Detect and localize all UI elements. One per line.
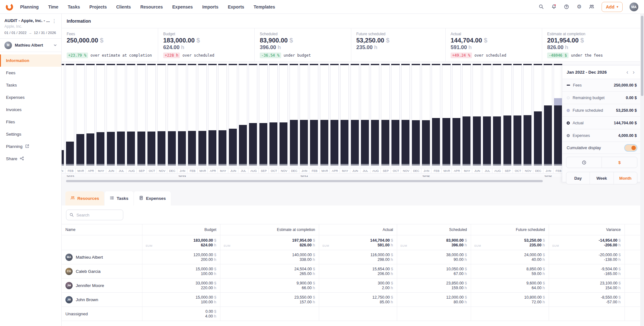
table-row-jennifer-moore[interactable]: JMJennifer Moore33,000.00 $220.00 h9,900… [62,278,644,293]
chart-column-apr-2023[interactable] [208,64,217,166]
help-icon[interactable] [564,4,569,10]
sidebar-item-share[interactable]: Share [0,153,61,165]
table-row-mathieu-albert[interactable]: MAMathieu Albert120,000.00 $200.00 h140,… [62,250,644,264]
chart-column-jun-2023[interactable] [229,64,237,166]
chart-column-nov-2025[interactable] [523,64,532,166]
chart-column-oct-2022[interactable] [147,64,156,166]
legend-row-actual[interactable]: Actual144,704.00 $ [562,117,641,129]
chart-column-may-2022[interactable] [96,64,105,166]
chart-column-jul-2022[interactable] [117,64,125,166]
chart-column-jan-2022[interactable] [62,64,64,166]
column-header-budget[interactable]: Budget [142,224,220,235]
chart-column-jun-2022[interactable] [107,64,115,166]
column-header-name[interactable]: Name [62,224,142,235]
chart-column-jul-2025[interactable] [483,64,491,166]
sidebar-item-settings[interactable]: Settings [0,128,61,140]
table-row-unassigned[interactable]: Unassigned0.00 $4.00 h [62,307,644,321]
chart-column-sep-2022[interactable] [137,64,146,166]
chart-column-may-2024[interactable] [340,64,349,166]
topnav-item-imports[interactable]: Imports [202,4,218,9]
topnav-item-exports[interactable]: Exports [228,4,244,9]
topnav-item-planning[interactable]: Planning [20,4,39,9]
column-header-scheduled[interactable]: Scheduled [397,224,471,235]
search-input[interactable] [76,213,117,217]
chart-column-aug-2024[interactable] [371,64,379,166]
period-option-month[interactable]: Month [614,172,637,184]
topnav-item-projects[interactable]: Projects [89,4,107,9]
tab-resources[interactable]: Resources [65,191,104,205]
chart-column-may-2023[interactable] [218,64,227,166]
unit-option-clock[interactable] [566,157,602,168]
chart-column-feb-2026[interactable] [554,64,562,166]
scrollbar-thumb[interactable] [641,16,643,96]
unit-option-dollar[interactable]: $ [602,157,637,168]
chevron-left-icon[interactable]: ‹ [624,69,630,75]
add-button[interactable]: Add▾ [602,2,623,12]
search-icon[interactable] [539,4,544,10]
user-avatar[interactable]: MA [630,3,638,11]
chart-column-feb-2023[interactable] [188,64,196,166]
chart-column-aug-2022[interactable] [127,64,135,166]
chart-column-feb-2022[interactable] [66,64,74,166]
chart-column-jul-2023[interactable] [239,64,247,166]
chart-column-aug-2023[interactable] [249,64,257,166]
column-header-future-scheduled[interactable]: Future scheduled [471,224,549,235]
chart-column-sep-2023[interactable] [259,64,268,166]
topnav-item-templates[interactable]: Templates [254,4,275,9]
chart-column-jun-2024[interactable] [351,64,359,166]
app-logo-icon[interactable] [6,3,13,11]
chart-column-jul-2024[interactable] [361,64,369,166]
legend-row-remaining-budget[interactable]: Remaining budget0.00 $ [562,92,641,104]
chart-column-apr-2022[interactable] [86,64,95,166]
chart-column-jan-2026[interactable] [544,64,552,166]
topnav-item-tasks[interactable]: Tasks [68,4,80,9]
sidebar-item-expenses[interactable]: Expenses [0,91,61,104]
chart-column-mar-2022[interactable] [76,64,85,166]
chart-column-sep-2025[interactable] [503,64,512,166]
chart-column-dec-2023[interactable] [290,64,298,166]
sidebar-item-files[interactable]: Files [0,116,61,128]
chart-column-nov-2023[interactable] [279,64,288,166]
period-option-day[interactable]: Day [566,172,590,184]
column-header-variance[interactable]: Variance [549,224,625,235]
chart-column-jun-2025[interactable] [473,64,481,166]
chart-column-jan-2025[interactable] [422,64,430,166]
user-selector[interactable]: M Mathieu Albert [0,39,61,52]
scrollbar-thumb[interactable] [66,180,543,182]
table-row-john-brown[interactable]: JBJohn Brown15,000.00 $100.00 h23,550.00… [62,293,644,307]
chart-column-mar-2025[interactable] [442,64,451,166]
chart-column-mar-2023[interactable] [198,64,207,166]
legend-row-future-scheduled[interactable]: Future scheduled53,250.00 $ [562,104,641,117]
chart-column-nov-2022[interactable] [157,64,166,166]
chart-column-dec-2024[interactable] [412,64,420,166]
legend-row-expenses[interactable]: Expenses4,000.00 $ [562,129,641,142]
chart-column-nov-2024[interactable] [401,64,410,166]
sidebar-item-tasks[interactable]: Tasks [0,79,61,91]
tab-tasks[interactable]: Tasks [105,191,133,205]
users-icon[interactable] [589,4,595,10]
chart-column-sep-2024[interactable] [381,64,390,166]
legend-row-fees[interactable]: Fees250,000.00 $ [562,79,641,92]
column-header-actual[interactable]: Actual [319,224,397,235]
topnav-item-clients[interactable]: Clients [116,4,131,9]
chart-column-oct-2023[interactable] [269,64,278,166]
topnav-item-resources[interactable]: Resources [140,4,163,9]
chart-column-may-2025[interactable] [462,64,471,166]
chart-column-dec-2025[interactable] [534,64,542,166]
project-menu-kebab-icon[interactable]: ⋮ [50,18,58,25]
cumulative-display-toggle[interactable] [625,145,637,151]
tab-expenses[interactable]: Expenses [134,191,171,205]
chart-column-oct-2024[interactable] [391,64,400,166]
notifications-bell-icon[interactable] [551,4,557,10]
settings-gear-icon[interactable]: ⚙ [576,4,582,10]
sidebar-item-information[interactable]: Information [0,54,61,67]
sidebar-item-fees[interactable]: Fees [0,67,61,79]
chart-column-dec-2022[interactable] [168,64,176,166]
chart-column-feb-2024[interactable] [310,64,318,166]
chart-column-jan-2024[interactable] [300,64,308,166]
chart-column-feb-2025[interactable] [432,64,440,166]
chevron-right-icon[interactable]: › [630,69,637,75]
table-row-caleb-garcia[interactable]: CGCaleb Garcia15,000.00 $100.00 h24,504.… [62,264,644,278]
chart-column-jan-2023[interactable] [178,64,186,166]
period-option-week[interactable]: Week [590,172,613,184]
